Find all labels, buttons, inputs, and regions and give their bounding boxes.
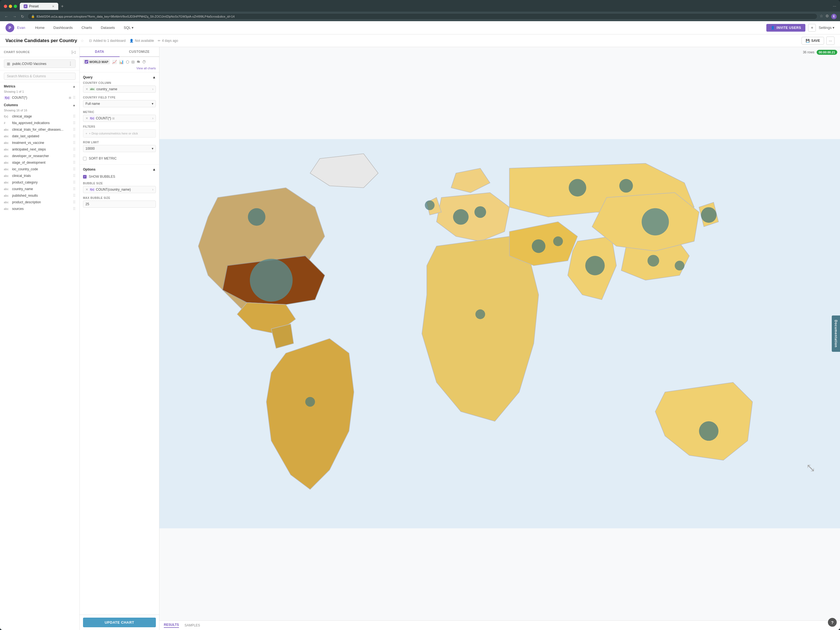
active-browser-tab[interactable]: P Preset ✕ bbox=[20, 3, 58, 10]
column-type: abc bbox=[4, 141, 11, 144]
4k-icon[interactable]: 4k bbox=[137, 60, 140, 63]
table-icon[interactable]: ⊟ bbox=[131, 60, 135, 64]
profile-icon[interactable]: E bbox=[831, 14, 837, 19]
drag-handle[interactable]: ⠿ bbox=[73, 207, 76, 211]
metric-tag: ✕ f(x) COUNT(*) ⊞ bbox=[85, 116, 115, 120]
column-type: # bbox=[4, 122, 11, 125]
nav-dashboards[interactable]: Dashboards bbox=[49, 21, 77, 35]
drag-handle[interactable]: ⠿ bbox=[73, 167, 76, 171]
samples-tab[interactable]: SAMPLES bbox=[185, 624, 200, 627]
line-chart-icon[interactable]: 📈 bbox=[112, 60, 117, 64]
drag-handle[interactable]: ⠿ bbox=[73, 180, 76, 185]
drag-handle[interactable]: ⠿ bbox=[73, 200, 76, 204]
show-bubbles-checkbox[interactable] bbox=[83, 175, 87, 179]
drag-handle[interactable]: ⠿ bbox=[73, 174, 76, 178]
search-metrics-input[interactable] bbox=[4, 73, 76, 80]
drag-handle[interactable]: ⠿ bbox=[73, 134, 76, 138]
metrics-count: Showing 1 of 1 bbox=[0, 89, 79, 94]
back-button[interactable]: ← bbox=[3, 14, 9, 19]
sort-by-metric-checkbox[interactable] bbox=[83, 157, 87, 160]
history-icon[interactable]: ⏱ bbox=[142, 60, 146, 64]
bookmark-icon[interactable]: ☆ bbox=[819, 14, 823, 19]
tab-customize[interactable]: CUSTOMIZE bbox=[120, 47, 159, 56]
settings-label: Settings ▾ bbox=[819, 25, 835, 30]
address-bar[interactable]: 🔒 83eb0204.us1a.app.preset.io/explore/?f… bbox=[27, 13, 818, 19]
list-item: abcsources⠿ bbox=[0, 206, 79, 212]
update-chart-button[interactable]: UPDATE CHART bbox=[83, 617, 156, 627]
row-limit-label: ROW LIMIT bbox=[83, 141, 156, 144]
refresh-button[interactable]: ↻ bbox=[20, 14, 25, 19]
bar-chart-icon[interactable]: 📊 bbox=[119, 60, 124, 64]
metric-remove[interactable]: ✕ bbox=[85, 116, 88, 120]
save-button[interactable]: 💾 SAVE bbox=[802, 37, 824, 44]
drag-handle[interactable]: ⠿ bbox=[73, 121, 76, 125]
view-all-charts-link[interactable]: View all charts bbox=[136, 66, 156, 70]
drag-handle[interactable]: ⠿ bbox=[73, 187, 76, 191]
columns-section-header[interactable]: Columns ▲ bbox=[0, 101, 79, 108]
documentation-sidebar[interactable]: Documentation bbox=[832, 315, 840, 352]
maximize-traffic-light[interactable] bbox=[14, 5, 17, 8]
max-bubble-size-field[interactable]: 25 bbox=[83, 201, 156, 208]
column-type: abc bbox=[4, 155, 11, 158]
country-column-remove[interactable]: ✕ bbox=[85, 87, 88, 91]
chart-title: Vaccine Candidates per Country bbox=[5, 38, 77, 43]
drag-handle[interactable]: ⠿ bbox=[73, 114, 76, 119]
metric-field-value[interactable]: ✕ f(x) COUNT(*) ⊞ › bbox=[83, 115, 156, 122]
person-icon: 👤 bbox=[771, 26, 775, 30]
area-chart-icon[interactable]: ⬡ bbox=[126, 60, 129, 64]
drag-handle-metric[interactable]: ⠿ bbox=[73, 95, 76, 100]
more-options-button[interactable]: ··· bbox=[826, 36, 835, 45]
extensions-icon[interactable]: ⚙ bbox=[826, 14, 829, 19]
query-header[interactable]: Query ▲ bbox=[83, 75, 156, 79]
func-type-tag: f(x) bbox=[89, 117, 95, 120]
tab-close-button[interactable]: ✕ bbox=[52, 5, 54, 8]
drag-handle[interactable]: ⠿ bbox=[73, 147, 76, 152]
world-map-type[interactable]: WORLD MAP bbox=[83, 59, 110, 64]
country-field-type-select[interactable]: Full name ▾ bbox=[83, 100, 156, 107]
country-column-value[interactable]: ✕ abc country_name › bbox=[83, 85, 156, 93]
row-limit-select[interactable]: 10000 ▾ bbox=[83, 145, 156, 152]
column-type: abc bbox=[4, 194, 11, 197]
nav-home[interactable]: Home bbox=[31, 21, 49, 35]
metrics-chevron: ▲ bbox=[73, 85, 76, 88]
close-traffic-light[interactable] bbox=[4, 5, 7, 8]
options-collapse-icon: ▲ bbox=[152, 167, 156, 171]
metrics-section-header[interactable]: Metrics ▲ bbox=[0, 82, 79, 89]
options-section: Options ▲ SHOW BUBBLES BUBBLE SIZE ✕ bbox=[80, 164, 159, 214]
filters-drop-zone[interactable]: + + Drop columns/metrics here or click bbox=[83, 129, 156, 138]
drag-handle[interactable]: ⠿ bbox=[73, 160, 76, 165]
query-section: Query ▲ COUNTRY COLUMN ✕ abc country_nam… bbox=[80, 72, 159, 164]
bubble-size-value[interactable]: ✕ f(x) COUNT(country_name) › bbox=[83, 186, 156, 193]
drag-handle[interactable]: ⠿ bbox=[73, 141, 76, 145]
app-nav: P Evan Home Dashboards Charts Datasets S… bbox=[0, 21, 840, 35]
collapse-icon[interactable]: |◁ bbox=[71, 50, 76, 54]
drag-handle[interactable]: ⠿ bbox=[73, 193, 76, 198]
settings-button[interactable]: Settings ▾ bbox=[819, 25, 835, 30]
edit-icon: ✏ bbox=[158, 39, 161, 43]
tab-data[interactable]: DATA bbox=[80, 47, 120, 57]
nav-sql[interactable]: SQL ▾ bbox=[119, 21, 138, 35]
add-button[interactable]: + bbox=[808, 24, 816, 32]
invite-label: INVITE USERS bbox=[777, 26, 801, 30]
nav-charts[interactable]: Charts bbox=[77, 21, 96, 35]
drag-handle[interactable]: ⠿ bbox=[73, 127, 76, 132]
source-more-icon[interactable]: ⋮ bbox=[68, 61, 73, 66]
bubble-size-remove[interactable]: ✕ bbox=[85, 188, 88, 192]
availability-text: Not available bbox=[135, 39, 154, 43]
forward-button[interactable]: → bbox=[11, 14, 17, 19]
sort-by-metric-row[interactable]: SORT BY METRIC bbox=[83, 155, 156, 161]
show-bubbles-row[interactable]: SHOW BUBBLES bbox=[83, 174, 156, 180]
help-button[interactable]: ? bbox=[828, 618, 837, 627]
plus-icon: + bbox=[85, 132, 87, 135]
user-slash-icon: 👤 bbox=[129, 39, 134, 43]
source-pill[interactable]: ⊞ public.COVID Vaccines ⋮ bbox=[4, 59, 76, 68]
invite-users-button[interactable]: 👤 INVITE USERS bbox=[766, 24, 806, 32]
favorite-icon[interactable]: ☆ bbox=[81, 38, 84, 43]
options-header[interactable]: Options ▲ bbox=[83, 167, 156, 171]
results-tab[interactable]: RESULTS bbox=[164, 623, 179, 628]
minimize-traffic-light[interactable] bbox=[9, 5, 12, 8]
nav-datasets[interactable]: Datasets bbox=[96, 21, 119, 35]
nav-actions: 👤 INVITE USERS + Settings ▾ bbox=[766, 24, 835, 32]
new-tab-button[interactable]: + bbox=[59, 3, 65, 9]
drag-handle[interactable]: ⠿ bbox=[73, 154, 76, 158]
